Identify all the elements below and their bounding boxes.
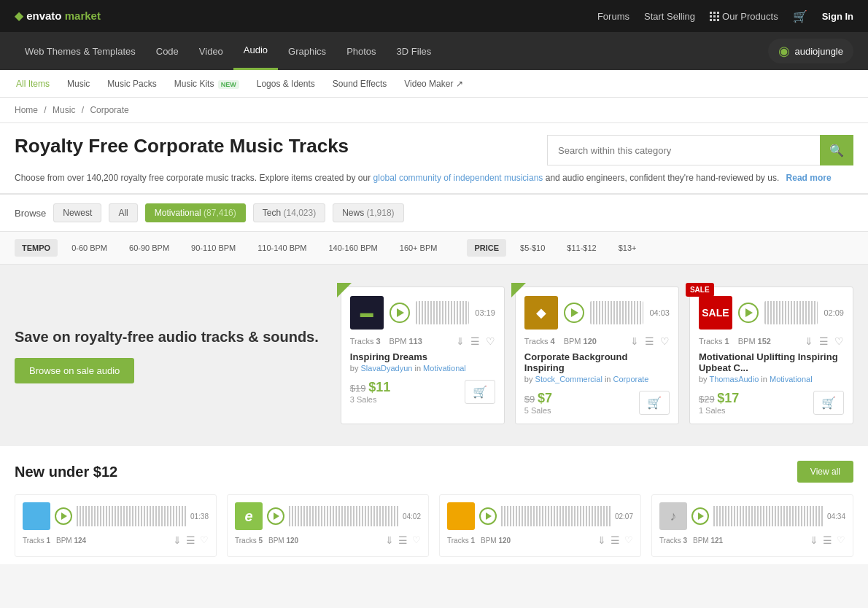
play-button-1[interactable]	[390, 303, 410, 323]
new-card-header-2: e 04:02	[235, 502, 421, 530]
play-button-2[interactable]	[564, 303, 584, 323]
add-cart-button-2[interactable]: 🛒	[639, 391, 670, 415]
tempo-140-160[interactable]: 140-160 BPM	[321, 239, 386, 257]
playlist-icon-2[interactable]: ☰	[645, 335, 654, 347]
tempo-90-110[interactable]: 90-110 BPM	[183, 239, 244, 257]
view-all-button[interactable]: View all	[797, 461, 853, 483]
add-cart-button-1[interactable]: 🛒	[465, 380, 495, 404]
play-button-3[interactable]	[738, 303, 759, 323]
card-author-link-3[interactable]: ThomasAudio	[709, 375, 759, 383]
nav-web-themes[interactable]: Web Themes & Templates	[15, 32, 146, 70]
heart-icon-3[interactable]: ♡	[834, 335, 844, 347]
download-icon-2[interactable]: ⇓	[630, 335, 639, 347]
card-title-link-3[interactable]: Motivational Uplifting Inspiring Upbeat …	[699, 351, 838, 373]
card-title-link-2[interactable]: Corporate Background Inspiring	[524, 351, 628, 373]
card-author-link-1[interactable]: SlavaDyadyun	[360, 364, 412, 373]
subnav-music[interactable]: Music	[66, 79, 91, 89]
community-link[interactable]: global community of independent musician…	[373, 173, 543, 183]
start-selling-link[interactable]: Start Selling	[644, 11, 695, 22]
subnav-all-items[interactable]: All Items	[15, 79, 51, 89]
new-download-3[interactable]: ⇓	[597, 534, 606, 546]
bpm-label-2: BPM 120	[564, 337, 597, 346]
new-play-button-3[interactable]	[479, 507, 497, 525]
card-author-link-2[interactable]: Stock_Commercial	[535, 375, 602, 383]
new-playlist-2[interactable]: ☰	[398, 534, 408, 546]
price-11-12[interactable]: $11-$12	[559, 239, 604, 257]
new-heart-4[interactable]: ♡	[837, 534, 845, 546]
subnav-music-kits[interactable]: Music Kits NEW	[173, 79, 241, 89]
price-13-plus[interactable]: $13+	[611, 239, 645, 257]
read-more-link[interactable]: Read more	[786, 173, 832, 183]
filter-news[interactable]: News (1,918)	[333, 203, 403, 222]
heart-icon-1[interactable]: ♡	[486, 335, 495, 347]
cart-icon[interactable]: 🛒	[793, 9, 807, 23]
breadcrumb-music[interactable]: Music	[53, 105, 75, 115]
page-title: Royalty Free Corporate Music Tracks	[15, 135, 349, 157]
card-category-link-3[interactable]: Motivational	[770, 375, 813, 383]
nav-video[interactable]: Video	[189, 32, 233, 70]
filter-tech[interactable]: Tech (14,023)	[253, 203, 325, 222]
grid-icon	[710, 12, 718, 20]
new-heart-1[interactable]: ♡	[200, 534, 209, 546]
subnav-video-maker[interactable]: Video Maker ↗	[403, 79, 464, 89]
search-box: 🔍	[547, 135, 853, 165]
add-cart-button-3[interactable]: 🛒	[813, 391, 844, 415]
new-playlist-1[interactable]: ☰	[186, 534, 195, 546]
forums-link[interactable]: Forums	[597, 11, 629, 22]
new-heart-2[interactable]: ♡	[412, 534, 421, 546]
tempo-60-90[interactable]: 60-90 BPM	[121, 239, 177, 257]
card-title-link-1[interactable]: Inspiring Dreams	[350, 351, 427, 362]
new-download-1[interactable]: ⇓	[173, 534, 182, 546]
old-price-1: $19	[350, 383, 366, 394]
old-price-3: $29	[699, 394, 715, 405]
tempo-0-60[interactable]: 0-60 BPM	[63, 239, 115, 257]
new-play-button-1[interactable]	[55, 507, 72, 525]
subnav-sound-effects[interactable]: Sound Effects	[331, 79, 389, 89]
new-card-meta-4: Tracks 3 BPM 121 ⇓ ☰ ♡	[659, 534, 845, 546]
new-download-4[interactable]: ⇓	[810, 534, 818, 546]
nav-graphics[interactable]: Graphics	[278, 32, 336, 70]
new-playlist-4[interactable]: ☰	[823, 534, 832, 546]
breadcrumb-current: Corporate	[90, 105, 128, 115]
sale-section: Save on royalty-free audio tracks & soun…	[0, 265, 868, 446]
search-button[interactable]: 🔍	[820, 135, 853, 165]
filter-motivational[interactable]: Motivational (87,416)	[145, 203, 246, 222]
browse-sale-button[interactable]: Browse on sale audio	[15, 358, 134, 383]
nav-audio[interactable]: Audio	[233, 32, 278, 70]
new-play-button-2[interactable]	[267, 507, 284, 525]
search-input[interactable]	[547, 135, 820, 165]
filter-all[interactable]: All	[109, 203, 137, 222]
card-by-1: by SlavaDyadyun in Motivational	[350, 364, 495, 373]
tempo-110-140[interactable]: 110-140 BPM	[249, 239, 314, 257]
tempo-160-plus[interactable]: 160+ BPM	[392, 239, 446, 257]
new-playlist-3[interactable]: ☰	[611, 534, 620, 546]
price-5-10[interactable]: $5-$10	[512, 239, 553, 257]
nav-3d-files[interactable]: 3D Files	[387, 32, 442, 70]
nav-code[interactable]: Code	[146, 32, 189, 70]
card-category-link-1[interactable]: Motivational	[423, 364, 466, 373]
new-download-2[interactable]: ⇓	[385, 534, 394, 546]
logo-market: market	[65, 9, 101, 22]
duration-3: 02:09	[824, 308, 844, 317]
subnav-logos[interactable]: Logos & Idents	[255, 79, 317, 89]
new-heart-3[interactable]: ♡	[624, 534, 633, 546]
download-icon-3[interactable]: ⇓	[805, 335, 813, 347]
download-icon-1[interactable]: ⇓	[456, 335, 465, 347]
playlist-icon-3[interactable]: ☰	[819, 335, 829, 347]
browse-label: Browse	[15, 208, 46, 219]
heart-icon-2[interactable]: ♡	[660, 335, 670, 347]
sign-in-link[interactable]: Sign In	[822, 11, 853, 22]
card-category-link-2[interactable]: Corporate	[613, 375, 649, 383]
top-nav-right: Forums Start Selling Our Products 🛒 Sign…	[597, 9, 853, 23]
new-play-button-4[interactable]	[691, 507, 709, 525]
playlist-icon-1[interactable]: ☰	[470, 335, 480, 347]
main-nav: Web Themes & Templates Code Video Audio …	[0, 32, 868, 70]
card-meta-1: Tracks 3 BPM 113 ⇓ ☰ ♡	[350, 335, 495, 347]
subnav-music-packs[interactable]: Music Packs	[106, 79, 158, 89]
our-products-menu[interactable]: Our Products	[710, 11, 778, 22]
breadcrumb-home[interactable]: Home	[15, 105, 38, 115]
nav-photos[interactable]: Photos	[336, 32, 386, 70]
card-actions-2: ⇓ ☰ ♡	[605, 335, 670, 347]
new-badge: NEW	[218, 80, 239, 89]
filter-newest[interactable]: Newest	[53, 203, 101, 222]
